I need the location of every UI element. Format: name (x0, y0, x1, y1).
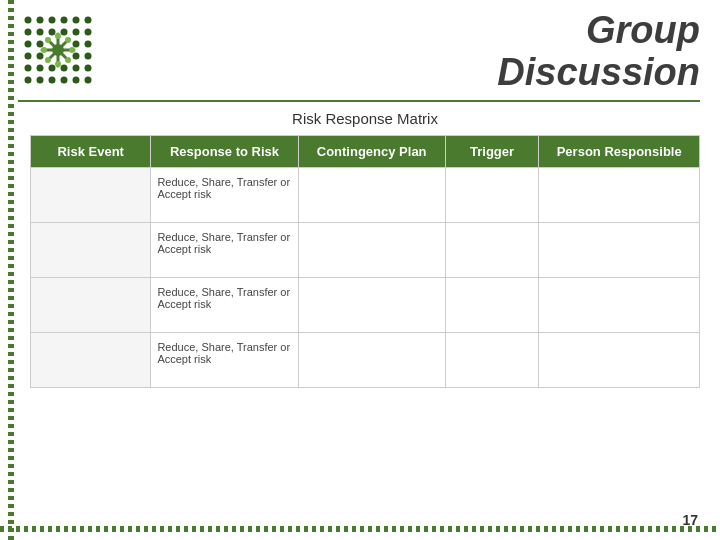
divider-line (18, 100, 700, 102)
svg-point-12 (25, 41, 32, 48)
svg-point-13 (37, 41, 44, 48)
svg-point-10 (73, 29, 80, 36)
svg-point-20 (25, 65, 32, 72)
svg-point-9 (61, 29, 68, 36)
svg-point-26 (25, 77, 32, 84)
border-bottom (0, 526, 720, 532)
page-title: Group Discussion (497, 10, 700, 94)
logo (18, 10, 98, 90)
svg-point-11 (85, 29, 92, 36)
table-row: Reduce, Share, Transfer or Accept risk (31, 278, 700, 333)
col-header-risk-event: Risk Event (31, 136, 151, 168)
cell-person-3 (539, 278, 700, 333)
table-row: Reduce, Share, Transfer or Accept risk (31, 223, 700, 278)
table-row: Reduce, Share, Transfer or Accept risk (31, 333, 700, 388)
svg-point-43 (65, 37, 71, 43)
cell-risk-event-1 (31, 168, 151, 223)
svg-point-24 (73, 65, 80, 72)
svg-point-42 (65, 57, 71, 63)
cell-response-1: Reduce, Share, Transfer or Accept risk (151, 168, 298, 223)
cell-contingency-4 (298, 333, 445, 388)
cell-trigger-3 (445, 278, 539, 333)
svg-point-25 (85, 65, 92, 72)
cell-trigger-4 (445, 333, 539, 388)
cell-risk-event-4 (31, 333, 151, 388)
svg-point-38 (55, 61, 61, 67)
svg-point-8 (49, 29, 56, 36)
page-number: 17 (682, 512, 698, 528)
svg-point-0 (25, 17, 32, 24)
cell-response-2: Reduce, Share, Transfer or Accept risk (151, 223, 298, 278)
cell-trigger-2 (445, 223, 539, 278)
svg-point-16 (25, 53, 32, 60)
cell-trigger-1 (445, 168, 539, 223)
title-line2: Discussion (497, 52, 700, 94)
svg-point-1 (37, 17, 44, 24)
risk-matrix-table: Risk Event Response to Risk Contingency … (30, 135, 700, 388)
svg-point-18 (73, 53, 80, 60)
cell-response-3: Reduce, Share, Transfer or Accept risk (151, 278, 298, 333)
svg-point-22 (49, 65, 56, 72)
cell-person-2 (539, 223, 700, 278)
svg-point-39 (41, 47, 47, 53)
cell-contingency-1 (298, 168, 445, 223)
svg-point-3 (61, 17, 68, 24)
svg-point-37 (55, 33, 61, 39)
svg-point-31 (85, 77, 92, 84)
cell-contingency-3 (298, 278, 445, 333)
svg-point-41 (45, 37, 51, 43)
border-left (8, 0, 14, 540)
svg-point-14 (73, 41, 80, 48)
matrix-heading: Risk Response Matrix (30, 110, 700, 127)
svg-point-27 (37, 77, 44, 84)
svg-point-21 (37, 65, 44, 72)
svg-point-7 (37, 29, 44, 36)
cell-contingency-2 (298, 223, 445, 278)
svg-point-4 (73, 17, 80, 24)
col-header-person: Person Responsible (539, 136, 700, 168)
col-header-contingency: Contingency Plan (298, 136, 445, 168)
cell-person-4 (539, 333, 700, 388)
title-line1: Group (497, 10, 700, 52)
svg-point-5 (85, 17, 92, 24)
svg-point-2 (49, 17, 56, 24)
cell-response-4: Reduce, Share, Transfer or Accept risk (151, 333, 298, 388)
table-row: Reduce, Share, Transfer or Accept risk (31, 168, 700, 223)
svg-point-40 (69, 47, 75, 53)
svg-point-36 (52, 44, 64, 56)
cell-risk-event-2 (31, 223, 151, 278)
cell-person-1 (539, 168, 700, 223)
col-header-trigger: Trigger (445, 136, 539, 168)
svg-point-17 (37, 53, 44, 60)
svg-point-6 (25, 29, 32, 36)
svg-point-30 (73, 77, 80, 84)
cell-risk-event-3 (31, 278, 151, 333)
svg-point-23 (61, 65, 68, 72)
main-content: Risk Response Matrix Risk Event Response… (30, 110, 700, 510)
svg-point-29 (61, 77, 68, 84)
svg-point-19 (85, 53, 92, 60)
svg-point-28 (49, 77, 56, 84)
svg-point-44 (45, 57, 51, 63)
svg-point-15 (85, 41, 92, 48)
col-header-response: Response to Risk (151, 136, 298, 168)
